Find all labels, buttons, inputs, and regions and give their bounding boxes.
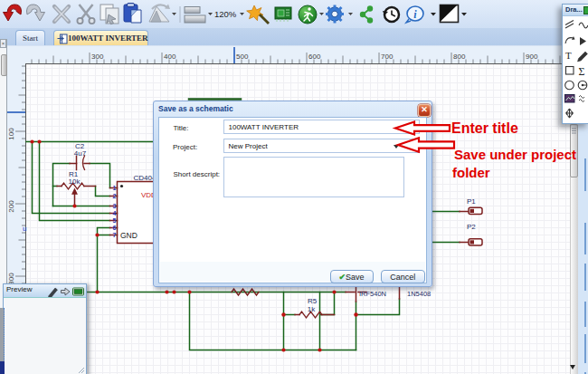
svg-text:folder: folder [452,165,490,180]
svg-text:Enter title: Enter title [451,120,518,136]
svg-text:Save under project: Save under project [454,147,576,162]
